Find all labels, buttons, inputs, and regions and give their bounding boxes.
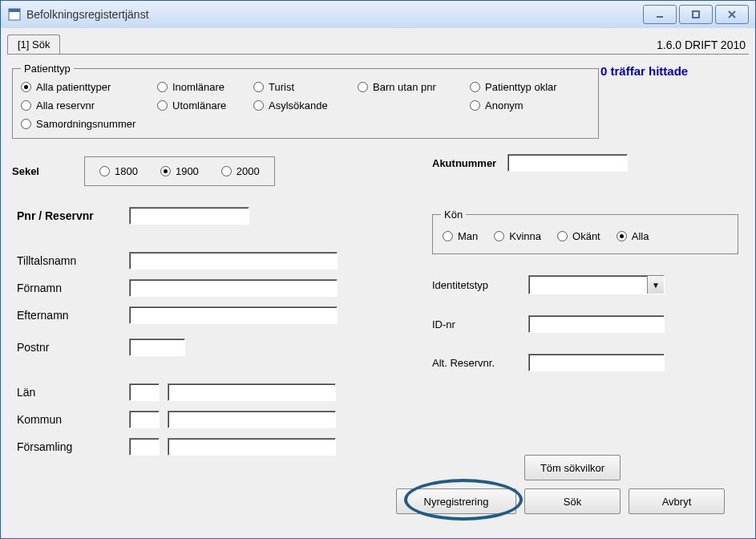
radio-turist[interactable]: Turist: [253, 81, 358, 93]
radio-kvinna[interactable]: Kvinna: [494, 230, 541, 242]
radio-samordningsnummer[interactable]: Samordningsnummer: [21, 118, 253, 130]
efternamn-input[interactable]: [129, 306, 338, 324]
efternamn-label: Efternamn: [17, 309, 129, 322]
radio-alla-patienttyper[interactable]: Alla patienttyper: [21, 81, 157, 93]
tab-search[interactable]: [1] Sök: [7, 34, 60, 54]
patienttyp-legend: Patienttyp: [21, 63, 74, 75]
tab-strip: [1] Sök 1.6.0 DRIFT 2010: [7, 33, 749, 54]
identitetstyp-label: Identitetstyp: [432, 279, 528, 291]
radio-barn-utan-pnr[interactable]: Barn utan pnr: [358, 81, 470, 93]
identitetstyp-value: [529, 276, 647, 294]
app-window: Befolkningsregistertjänst [1] Sök 1.6.0 …: [0, 0, 756, 539]
button-bar: Töm sökvilkor Nyregistrering Sök Avbryt: [396, 455, 725, 514]
nyregistrering-button[interactable]: Nyregistrering: [396, 488, 516, 514]
radio-anonym[interactable]: Anonym: [470, 99, 590, 111]
lan-name-input[interactable]: [168, 383, 336, 401]
titlebar: Befolkningsregistertjänst: [1, 1, 755, 29]
tab-page: Patienttyp Alla patienttyper Inomlänare …: [7, 54, 749, 529]
avbryt-button[interactable]: Avbryt: [629, 488, 725, 514]
close-button[interactable]: [715, 5, 749, 24]
radio-1900[interactable]: 1900: [160, 165, 199, 177]
fornamn-label: Förnamn: [17, 282, 129, 294]
postnr-input[interactable]: [129, 338, 185, 356]
forsamling-code-input[interactable]: [129, 438, 160, 456]
altreservnr-input[interactable]: [528, 354, 665, 371]
radio-asylsokande[interactable]: Asylsökande: [253, 99, 358, 111]
patienttyp-group: Patienttyp Alla patienttyper Inomlänare …: [12, 63, 599, 139]
version-label: 1.6.0 DRIFT 2010: [657, 38, 749, 54]
sok-button[interactable]: Sök: [524, 488, 621, 514]
kon-group: Kön Man Kvinna Okänt Alla: [432, 209, 738, 254]
akutnummer-label: Akutnummer: [432, 157, 496, 169]
svg-rect-2: [657, 16, 663, 18]
hits-label: 0 träffar hittade: [600, 64, 688, 78]
radio-2000[interactable]: 2000: [221, 165, 260, 177]
radio-inomlanare[interactable]: Inomlänare: [157, 81, 253, 93]
idnr-label: ID-nr: [432, 318, 528, 330]
sekel-label: Sekel: [12, 165, 84, 177]
forsamling-label: Församling: [17, 440, 129, 453]
forsamling-name-input[interactable]: [168, 438, 336, 456]
pnr-label: Pnr / Reservnr: [17, 209, 129, 222]
svg-rect-3: [693, 11, 699, 18]
maximize-button[interactable]: [679, 5, 713, 24]
tom-sokvilkor-button[interactable]: Töm sökvilkor: [524, 455, 621, 480]
form-icon: [7, 7, 22, 22]
minimize-button[interactable]: [643, 5, 677, 24]
kommun-name-input[interactable]: [168, 411, 336, 428]
pnr-input[interactable]: [129, 207, 249, 225]
chevron-down-icon: ▼: [647, 276, 664, 294]
akutnummer-input[interactable]: [507, 154, 628, 172]
lan-code-input[interactable]: [129, 383, 160, 401]
lan-label: Län: [17, 386, 129, 399]
fornamn-input[interactable]: [129, 279, 338, 297]
sekel-group: 1800 1900 2000: [84, 156, 275, 186]
tilltalsnamn-input[interactable]: [129, 252, 338, 270]
kommun-code-input[interactable]: [129, 411, 160, 428]
client-area: [1] Sök 1.6.0 DRIFT 2010 Patienttyp Alla…: [1, 28, 755, 538]
window-title: Befolkningsregistertjänst: [26, 8, 149, 21]
window-controls: [641, 5, 749, 24]
radio-okant[interactable]: Okänt: [557, 230, 600, 242]
identitetstyp-select[interactable]: ▼: [528, 275, 665, 294]
idnr-input[interactable]: [528, 315, 665, 333]
kommun-label: Kommun: [17, 413, 129, 426]
tilltalsnamn-label: Tilltalsnamn: [17, 254, 129, 267]
radio-alla-reservnr[interactable]: Alla reservnr: [21, 99, 157, 111]
kon-legend: Kön: [441, 209, 466, 221]
svg-rect-1: [9, 9, 20, 12]
postnr-label: Postnr: [17, 341, 129, 354]
radio-utomlanare[interactable]: Utomlänare: [157, 99, 253, 111]
altreservnr-label: Alt. Reservnr.: [432, 357, 528, 369]
radio-1800[interactable]: 1800: [99, 165, 138, 177]
radio-man[interactable]: Man: [443, 230, 478, 242]
radio-patienttyp-oklar[interactable]: Patienttyp oklar: [470, 81, 590, 93]
radio-kon-alla[interactable]: Alla: [617, 230, 649, 242]
